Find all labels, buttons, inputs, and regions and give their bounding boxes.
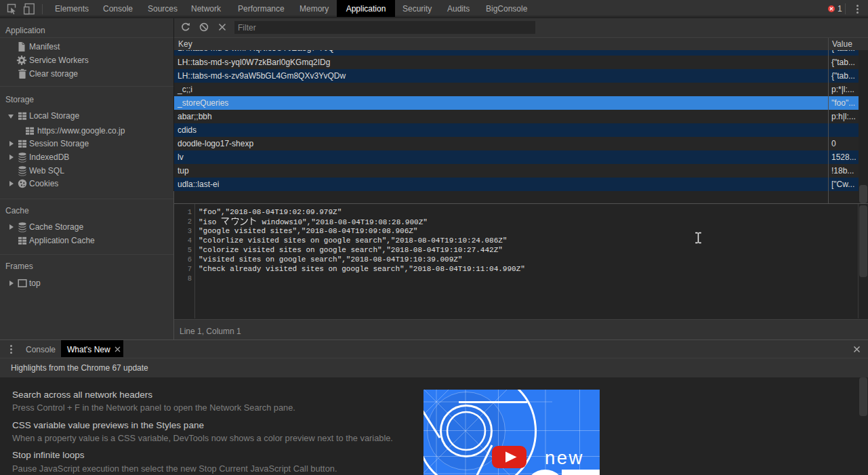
svg-text:new: new <box>545 447 584 468</box>
